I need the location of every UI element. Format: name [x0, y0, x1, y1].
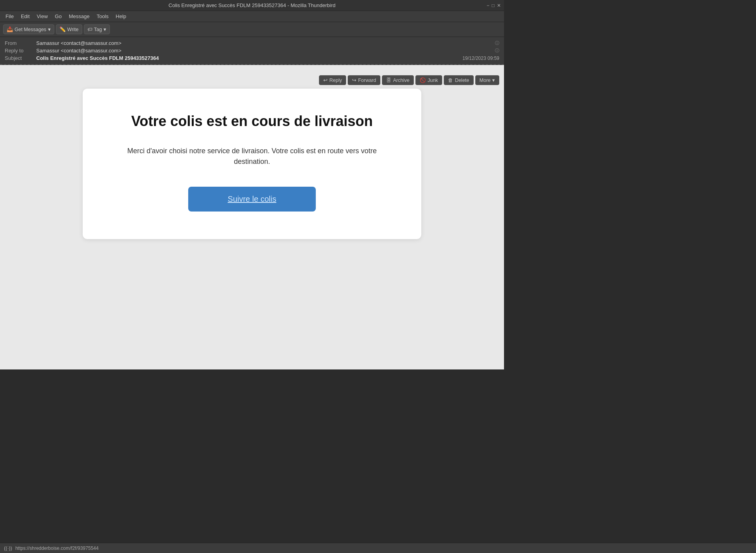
email-header: ↩ Reply ↪ Forward 🗄 Archive 🚫 Junk 🗑: [0, 37, 504, 65]
window-controls: − □ ✕: [487, 3, 501, 8]
subject-row: Subject Colis Enregistré avec Succès FDL…: [5, 54, 499, 62]
menu-view[interactable]: View: [33, 12, 51, 20]
from-row: From Samassur <contact@samassur.com> ⓘ: [5, 39, 499, 47]
email-card: Votre colis est en cours de livraison Me…: [83, 89, 421, 239]
close-button[interactable]: ✕: [497, 3, 501, 8]
track-colis-button[interactable]: Suivre le colis: [188, 187, 315, 212]
menubar: File Edit View Go Message Tools Help: [0, 11, 504, 22]
subject-value: Colis Enregistré avec Succès FDLM 259433…: [36, 55, 463, 61]
get-messages-icon: 📥: [7, 26, 13, 32]
menu-edit[interactable]: Edit: [18, 12, 33, 20]
titlebar: Colis Enregistré avec Succès FDLM 259433…: [0, 0, 504, 11]
more-button[interactable]: More ▾: [475, 75, 499, 85]
get-messages-button[interactable]: 📥 Get Messages ▾: [3, 24, 54, 34]
write-button[interactable]: ✏️ Write: [56, 24, 82, 34]
tag-icon: 🏷: [87, 26, 93, 32]
menu-message[interactable]: Message: [66, 12, 93, 20]
menu-help[interactable]: Help: [113, 12, 130, 20]
email-card-body: Merci d'avoir choisi notre service de li…: [114, 146, 390, 167]
get-messages-dropdown-icon[interactable]: ▾: [48, 26, 51, 32]
junk-icon: 🚫: [420, 77, 426, 83]
reply-icon: ↩: [323, 77, 328, 83]
reply-to-row: Reply to Samassur <contact@samassur.com>…: [5, 47, 499, 54]
email-date: 19/12/2023 09:59: [463, 56, 499, 61]
from-label: From: [5, 40, 36, 46]
email-header-area: ↩ Reply ↪ Forward 🗄 Archive 🚫 Junk 🗑: [0, 37, 504, 65]
window-title: Colis Enregistré avec Succès FDLM 259433…: [169, 2, 335, 8]
reply-to-label: Reply to: [5, 48, 36, 54]
junk-button[interactable]: 🚫 Junk: [415, 75, 442, 85]
archive-button[interactable]: 🗄 Archive: [382, 75, 414, 85]
from-value: Samassur <contact@samassur.com>: [36, 40, 493, 46]
reply-to-value: Samassur <contact@samassur.com>: [36, 48, 493, 54]
reply-to-info-icon[interactable]: ⓘ: [495, 48, 499, 54]
menu-go[interactable]: Go: [52, 12, 65, 20]
minimize-button[interactable]: −: [487, 3, 489, 8]
delete-button[interactable]: 🗑 Delete: [444, 75, 473, 85]
subject-label: Subject: [5, 55, 36, 61]
more-dropdown-icon: ▾: [492, 77, 495, 83]
from-info-icon[interactable]: ⓘ: [495, 40, 499, 46]
maximize-button[interactable]: □: [492, 3, 495, 8]
delete-icon: 🗑: [448, 78, 453, 83]
write-icon: ✏️: [59, 26, 66, 32]
reply-button[interactable]: ↩ Reply: [319, 75, 346, 85]
app-window: Colis Enregistré avec Succès FDLM 259433…: [0, 0, 504, 369]
toolbar: 📥 Get Messages ▾ ✏️ Write 🏷 Tag ▾: [0, 22, 504, 37]
archive-icon: 🗄: [386, 78, 391, 83]
tag-dropdown-icon[interactable]: ▾: [104, 26, 106, 32]
tag-button[interactable]: 🏷 Tag ▾: [84, 24, 110, 34]
menu-file[interactable]: File: [2, 12, 17, 20]
forward-button[interactable]: ↪ Forward: [348, 75, 380, 85]
menu-tools[interactable]: Tools: [93, 12, 111, 20]
email-card-title: Votre colis est en cours de livraison: [114, 112, 390, 130]
email-body: Votre colis est en cours de livraison Me…: [0, 65, 504, 369]
action-buttons-bar: ↩ Reply ↪ Forward 🗄 Archive 🚫 Junk 🗑: [319, 75, 499, 85]
forward-icon: ↪: [352, 77, 356, 83]
